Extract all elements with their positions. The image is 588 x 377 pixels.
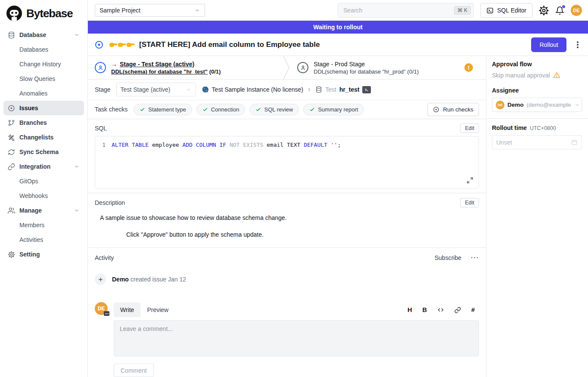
user-avatar[interactable]: DE xyxy=(571,5,582,16)
heading-format-button[interactable]: H xyxy=(408,306,412,313)
chevron-down-icon xyxy=(74,207,80,213)
rollout-button[interactable]: Rollout xyxy=(531,37,566,52)
comment-submit-button[interactable]: Comment xyxy=(114,364,154,377)
sql-editor[interactable]: 1ALTER TABLE employee ADD COLUMN IF NOT … xyxy=(95,136,479,188)
plus-icon xyxy=(95,274,106,285)
link-icon xyxy=(8,163,15,170)
activity-label: Activity xyxy=(95,254,114,261)
sidebar-item-sync-schema[interactable]: Sync Schema xyxy=(3,145,84,159)
expand-fullscreen-icon[interactable] xyxy=(467,177,473,184)
left-sidebar: Bytebase Database Databases Change Histo… xyxy=(0,0,88,377)
check-icon xyxy=(309,107,315,112)
stage-card-test[interactable]: →Stage - Test Stage (active) DDL(schema)… xyxy=(88,56,283,79)
pointing-hand-icons xyxy=(109,41,135,48)
chevron-down-icon xyxy=(74,164,80,170)
stage-select-row: Stage Test Stage (active) Test Sample In… xyxy=(88,80,486,100)
check-pill-sql-review[interactable]: SQL review xyxy=(249,104,299,115)
terminal-icon xyxy=(486,7,494,14)
sql-edit-button[interactable]: Edit xyxy=(460,124,479,133)
tab-write[interactable]: Write xyxy=(114,303,140,317)
sidebar-item-slow-queries[interactable]: Slow Queries xyxy=(3,71,84,86)
description-section: Description Edit A sample issue to showc… xyxy=(88,193,486,248)
sql-section: SQL Edit 1ALTER TABLE employee ADD COLUM… xyxy=(88,119,486,193)
run-checks-button[interactable]: Run checks xyxy=(427,103,479,116)
code-format-button[interactable] xyxy=(437,307,444,313)
check-pill-connection[interactable]: Connection xyxy=(196,104,246,115)
description-paragraph: Click "Approve" button to apply the sche… xyxy=(126,231,479,238)
status-banner: Waiting to rollout xyxy=(88,21,588,34)
sidebar-item-issues[interactable]: Issues xyxy=(3,101,84,115)
comment-input[interactable] xyxy=(114,320,479,356)
assignee-avatar: DE xyxy=(496,101,504,109)
notifications-bell-button[interactable] xyxy=(555,6,564,15)
database-breadcrumb: Test Sample Instance (No license) Test h… xyxy=(202,86,371,93)
description-paragraph: A sample issue to showcase how to review… xyxy=(100,214,479,221)
sidebar-item-branches[interactable]: Branches xyxy=(3,115,84,130)
calendar-icon xyxy=(571,139,578,145)
environment-name: Test xyxy=(325,86,336,93)
check-icon xyxy=(140,107,145,112)
event-actor[interactable]: Demo xyxy=(112,276,129,283)
link-format-button[interactable] xyxy=(454,307,461,313)
more-actions-kebab-icon[interactable] xyxy=(577,44,579,46)
issue-open-status-icon xyxy=(95,40,103,49)
top-bar: Sample Project ⌘ K SQL Editor xyxy=(88,0,588,21)
stage-select[interactable]: Test Stage (active) xyxy=(116,83,196,96)
sidebar-item-gitops[interactable]: GitOps xyxy=(3,174,84,188)
gear-icon xyxy=(8,251,15,258)
sidebar-item-setting[interactable]: Setting xyxy=(3,247,84,262)
sidebar-item-change-history[interactable]: Change History xyxy=(3,57,84,71)
sidebar-item-database[interactable]: Database xyxy=(3,28,84,42)
chevron-down-icon xyxy=(194,7,200,13)
database-icon xyxy=(315,86,322,93)
check-pill-summary-report[interactable]: Summary report xyxy=(303,104,364,115)
stage-warning-badge: ! xyxy=(464,63,473,72)
rollout-time-input[interactable]: Unset xyxy=(492,135,582,149)
sidebar-item-webhooks[interactable]: Webhooks xyxy=(3,188,84,203)
issue-side-panel: Approval flow Skip manual approval Assig… xyxy=(486,56,588,377)
sidebar-item-manage[interactable]: Manage xyxy=(3,203,84,218)
issue-title-row: [START HERE] Add email column to Employe… xyxy=(88,34,588,56)
activity-more-button[interactable]: ··· xyxy=(471,254,479,262)
comment-editor: DE Write Preview H B # xyxy=(88,302,486,377)
search-box: ⌘ K xyxy=(338,3,474,18)
check-icon xyxy=(202,107,208,112)
search-input[interactable] xyxy=(343,7,454,14)
sidebar-item-anomalies[interactable]: Anomalies xyxy=(3,86,84,101)
open-in-sql-editor-icon[interactable] xyxy=(362,86,371,93)
comment-tabs: Write Preview H B # xyxy=(114,302,479,318)
subscribe-button[interactable]: Subscribe xyxy=(435,254,461,261)
event-description: created issue Jan 12 xyxy=(131,276,186,283)
description-label: Description xyxy=(95,199,125,206)
main-area: Sample Project ⌘ K SQL Editor xyxy=(88,0,588,377)
sql-editor-button[interactable]: SQL Editor xyxy=(480,3,532,18)
sidebar-item-members[interactable]: Members xyxy=(3,218,84,232)
database-name[interactable]: hr_test xyxy=(339,86,360,93)
instance-name[interactable]: Test Sample Instance (No license) xyxy=(212,86,303,93)
hash-format-button[interactable]: # xyxy=(471,306,475,313)
stage-label: Stage xyxy=(95,86,111,93)
task-checks-label: Task checks xyxy=(95,106,128,113)
chevron-down-icon xyxy=(574,102,580,108)
sidebar-item-changelists[interactable]: Changelists xyxy=(3,130,84,145)
comment-user-avatar: DE xyxy=(95,302,108,315)
sidebar-item-activities[interactable]: Activities xyxy=(3,232,84,247)
pencil-ruler-icon xyxy=(8,134,15,141)
brand-name: Bytebase xyxy=(26,7,73,20)
sidebar-item-databases[interactable]: Databases xyxy=(3,42,84,57)
issue-title: [START HERE] Add email column to Employe… xyxy=(139,40,320,49)
line-number: 1 xyxy=(95,142,112,148)
assignee-select[interactable]: DE Demo (demo@example xyxy=(492,98,582,112)
bold-format-button[interactable]: B xyxy=(422,306,426,313)
approval-flow-label: Approval flow xyxy=(492,61,582,68)
description-edit-button[interactable]: Edit xyxy=(460,198,479,207)
check-pill-statement-type[interactable]: Statement type xyxy=(134,104,192,115)
sidebar-item-integration[interactable]: Integration xyxy=(3,159,84,174)
approval-flow-value: Skip manual approval xyxy=(492,72,550,79)
settings-gear-button[interactable] xyxy=(539,6,549,15)
search-shortcut-badge: ⌘ K xyxy=(454,6,471,15)
brand-logo[interactable]: Bytebase xyxy=(3,4,84,28)
stage-card-prod[interactable]: Stage - Prod Stage DDL(schema) for datab… xyxy=(290,56,486,79)
project-select[interactable]: Sample Project xyxy=(95,4,205,17)
tab-preview[interactable]: Preview xyxy=(140,303,175,317)
